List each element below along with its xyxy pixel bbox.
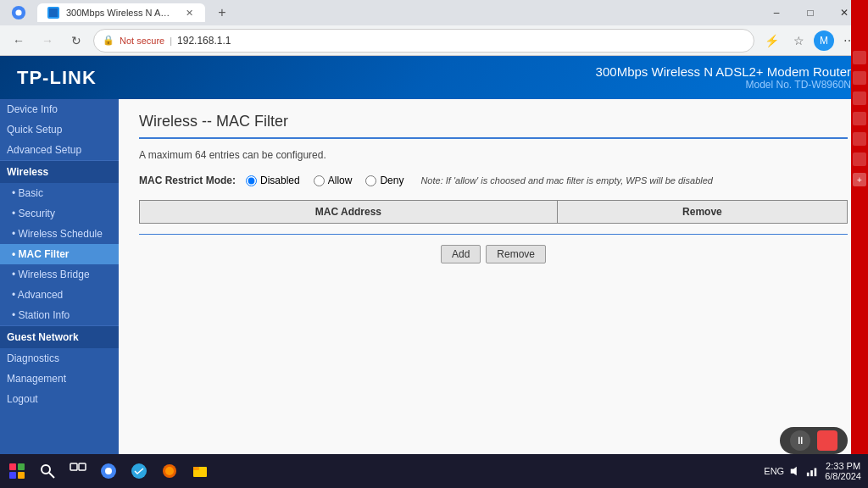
- sidebar-item-logout[interactable]: Logout: [0, 389, 119, 409]
- add-button[interactable]: Add: [441, 245, 481, 263]
- svg-rect-2: [49, 8, 58, 17]
- forward-button[interactable]: →: [36, 29, 59, 53]
- browser-icon: [11, 5, 26, 20]
- address-bar[interactable]: 🔒 Not secure | 192.168.1.1: [93, 29, 754, 53]
- file-explorer-taskbar-icon[interactable]: [186, 458, 214, 485]
- taskbar-left: [0, 458, 214, 485]
- radio-deny-label: Deny: [380, 175, 403, 186]
- sidebar-item-mac-filter[interactable]: • MAC Filter: [0, 244, 119, 264]
- mac-restrict-row: MAC Restrict Mode: Disabled Allow Deny: [139, 175, 848, 186]
- sidebar-item-station-info[interactable]: • Station Info: [0, 305, 119, 325]
- col-mac-address: MAC Address: [140, 201, 558, 224]
- svg-point-13: [131, 463, 147, 479]
- clock: 2:33 PM 6/8/2024: [825, 461, 861, 481]
- toolbar-icons: ⚡ ☆ M ⋯: [760, 29, 861, 53]
- profile-button[interactable]: M: [814, 30, 834, 51]
- radio-allow-input[interactable]: [314, 175, 325, 186]
- model-name: 300Mbps Wireless N ADSL2+ Modem Router: [596, 64, 851, 79]
- tab-title: 300Mbps Wireless N ADSL2+ M...: [66, 8, 176, 18]
- stop-button[interactable]: [817, 430, 837, 451]
- radio-disabled-label: Disabled: [260, 175, 300, 186]
- mac-address-table: MAC Address Remove: [139, 200, 848, 224]
- side-panel-icon-5[interactable]: [853, 132, 866, 146]
- time-display: 2:33 PM: [825, 461, 861, 471]
- sidebar-item-basic[interactable]: • Basic: [0, 183, 119, 203]
- recording-bar: ⏸: [780, 427, 848, 454]
- browser-toolbar: ← → ↻ 🔒 Not secure | 192.168.1.1 ⚡ ☆ M ⋯: [0, 25, 868, 56]
- col-remove: Remove: [557, 201, 847, 224]
- taskbar-right: ENG 2:33 PM 6/8/2024: [764, 461, 868, 481]
- extensions-button[interactable]: ⚡: [760, 29, 783, 53]
- side-panel-icon-3[interactable]: [853, 92, 866, 105]
- sidebar-item-quick-setup[interactable]: Quick Setup: [0, 119, 119, 140]
- page-body: Device Info Quick Setup Advanced Setup W…: [0, 99, 868, 454]
- svg-rect-21: [815, 469, 817, 477]
- sidebar-item-wireless-bridge[interactable]: • Wireless Bridge: [0, 264, 119, 285]
- sidebar-section-wireless[interactable]: Wireless: [0, 160, 119, 183]
- search-button[interactable]: [34, 458, 61, 485]
- sidebar-item-advanced[interactable]: • Advanced: [0, 285, 119, 305]
- note-text: Note: If 'allow' is choosed and mac filt…: [420, 175, 713, 186]
- taskview-button[interactable]: [64, 458, 92, 485]
- svg-rect-19: [807, 473, 810, 476]
- side-panel-icon-4[interactable]: [853, 112, 866, 125]
- divider: [139, 234, 848, 235]
- start-button[interactable]: [3, 458, 31, 485]
- svg-point-7: [42, 465, 50, 474]
- svg-rect-17: [193, 467, 199, 470]
- svg-rect-3: [9, 463, 16, 470]
- speaker-icon: [789, 465, 801, 477]
- telegram-taskbar-icon[interactable]: [125, 458, 153, 485]
- svg-point-15: [165, 467, 174, 475]
- sidebar-item-security[interactable]: • Security: [0, 203, 119, 224]
- svg-marker-18: [791, 467, 797, 476]
- svg-point-12: [105, 468, 112, 474]
- taskbar: ENG 2:33 PM 6/8/2024: [0, 454, 868, 488]
- tab-close-button[interactable]: ✕: [183, 7, 195, 19]
- new-tab-button[interactable]: +: [212, 3, 232, 23]
- minimize-button[interactable]: –: [760, 0, 793, 25]
- radio-disabled-input[interactable]: [246, 175, 257, 186]
- radio-deny[interactable]: Deny: [365, 175, 403, 186]
- router-header: TP-LINK 300Mbps Wireless N ADSL2+ Modem …: [0, 56, 868, 99]
- svg-rect-20: [810, 470, 813, 476]
- button-row: Add Remove: [139, 245, 848, 263]
- browser-tab[interactable]: 300Mbps Wireless N ADSL2+ M... ✕: [37, 3, 205, 22]
- security-icon: 🔒: [103, 35, 114, 46]
- info-text: A maximum 64 entries can be configured.: [139, 149, 848, 161]
- side-panel-icon-1[interactable]: [853, 51, 866, 64]
- radio-deny-input[interactable]: [365, 175, 376, 186]
- firefox-taskbar-icon[interactable]: [156, 458, 183, 485]
- sidebar-item-wireless-schedule[interactable]: • Wireless Schedule: [0, 224, 119, 244]
- network-icon: [806, 465, 818, 477]
- main-content: Wireless -- MAC Filter A maximum 64 entr…: [119, 99, 868, 454]
- maximize-button[interactable]: □: [793, 0, 827, 25]
- remove-button[interactable]: Remove: [486, 245, 546, 263]
- sidebar-item-device-info[interactable]: Device Info: [0, 99, 119, 119]
- url-separator: |: [170, 36, 172, 46]
- radio-disabled[interactable]: Disabled: [246, 175, 300, 186]
- radio-allow[interactable]: Allow: [314, 175, 353, 186]
- side-panel-plus-icon[interactable]: +: [853, 173, 866, 186]
- sidebar-item-diagnostics[interactable]: Diagnostics: [0, 348, 119, 369]
- sidebar-item-management[interactable]: Management: [0, 369, 119, 389]
- tp-link-logo: TP-LINK: [17, 67, 97, 89]
- side-panel-icon-2[interactable]: [853, 71, 866, 85]
- page-title: Wireless -- MAC Filter: [139, 113, 848, 139]
- date-display: 6/8/2024: [825, 471, 861, 481]
- side-panel-icon-6[interactable]: [853, 152, 866, 166]
- pause-button[interactable]: ⏸: [790, 430, 810, 451]
- svg-rect-6: [18, 472, 25, 479]
- favorites-button[interactable]: ☆: [787, 29, 810, 53]
- router-model: 300Mbps Wireless N ADSL2+ Modem Router M…: [596, 64, 851, 91]
- sidebar: Device Info Quick Setup Advanced Setup W…: [0, 99, 119, 454]
- side-panel: +: [851, 0, 868, 454]
- chrome-taskbar-icon[interactable]: [95, 458, 122, 485]
- sidebar-item-advanced-setup[interactable]: Advanced Setup: [0, 140, 119, 160]
- sidebar-item-guest-network[interactable]: Guest Network: [0, 325, 119, 348]
- svg-point-1: [15, 9, 21, 15]
- model-number: Model No. TD-W8960N: [596, 79, 851, 91]
- reload-button[interactable]: ↻: [64, 29, 88, 53]
- svg-line-8: [49, 473, 54, 478]
- back-button[interactable]: ←: [7, 29, 31, 53]
